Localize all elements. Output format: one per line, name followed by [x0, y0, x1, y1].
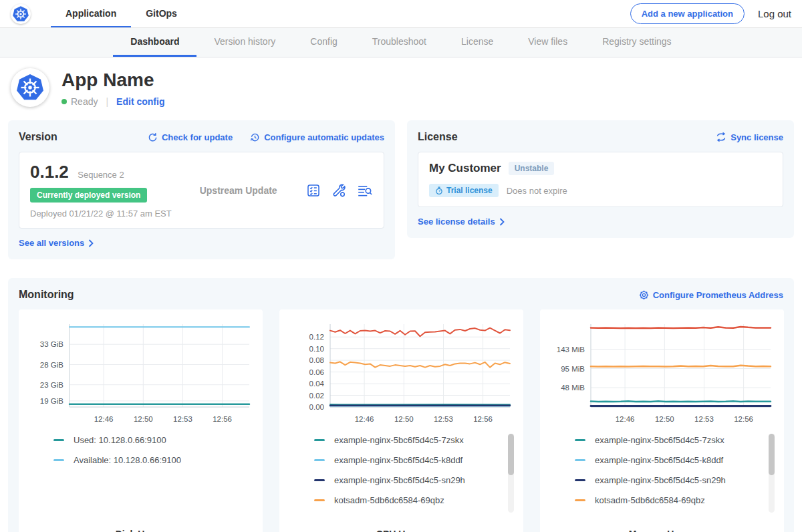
- svg-text:19 GiB: 19 GiB: [40, 397, 63, 405]
- svg-text:12:56: 12:56: [473, 415, 493, 423]
- svg-text:12:56: 12:56: [734, 415, 753, 423]
- scrollbar-thumb[interactable]: [769, 434, 775, 475]
- edit-config-link[interactable]: Edit config: [116, 96, 164, 107]
- chevron-right-icon: [499, 218, 505, 226]
- tab-config[interactable]: Config: [293, 28, 354, 57]
- configure-automatic-updates-link[interactable]: Configure automatic updates: [250, 132, 384, 142]
- stopwatch-icon: [435, 186, 443, 195]
- legend-swatch: [314, 439, 325, 441]
- memory-usage-legend: example-nginx-5bc6f5d4c5-7zskx example-n…: [575, 435, 777, 519]
- scrollbar-thumb[interactable]: [508, 434, 514, 475]
- ready-status-dot: [61, 99, 67, 104]
- svg-text:12:53: 12:53: [173, 415, 192, 423]
- logout-button[interactable]: Log out: [758, 8, 791, 19]
- sync-license-link[interactable]: Sync license: [716, 132, 783, 142]
- license-panel-title: License: [418, 131, 458, 143]
- kubernetes-icon: [15, 73, 45, 102]
- legend-label: example-nginx-5bc6f5d4c5-sn29h: [334, 475, 465, 485]
- version-number: 0.1.2: [30, 162, 69, 182]
- sequence-label: Sequence 2: [78, 170, 124, 180]
- legend-item: Used: 10.128.0.66:9100: [53, 435, 239, 445]
- app-sub-nav: Dashboard Version history Config Trouble…: [0, 28, 802, 57]
- license-expiry-text: Does not expire: [507, 186, 567, 196]
- clock-refresh-icon: [250, 132, 260, 142]
- legend-label: example-nginx-5bc6f5d4c5-7zskx: [334, 435, 464, 445]
- svg-text:23 GiB: 23 GiB: [40, 381, 63, 389]
- check-for-update-label: Check for update: [162, 132, 233, 142]
- release-notes-icon[interactable]: [306, 183, 321, 198]
- svg-text:0.12: 0.12: [309, 333, 324, 341]
- configure-prometheus-link[interactable]: Configure Prometheus Address: [639, 290, 783, 300]
- svg-text:0.06: 0.06: [309, 368, 324, 376]
- svg-text:143 MiB: 143 MiB: [557, 346, 585, 354]
- svg-text:33 GiB: 33 GiB: [40, 340, 63, 348]
- tab-application[interactable]: Application: [51, 0, 131, 27]
- legend-scrollbar[interactable]: [508, 434, 514, 513]
- configure-automatic-updates-label: Configure automatic updates: [264, 132, 384, 142]
- legend-swatch: [53, 459, 64, 461]
- tab-version-history[interactable]: Version history: [196, 28, 293, 57]
- legend-item: kotsadm-5db6dc6584-69qbz: [314, 495, 499, 505]
- app-logo: [11, 68, 49, 107]
- tab-application-label: Application: [65, 8, 116, 19]
- svg-text:28 GiB: 28 GiB: [40, 361, 63, 369]
- memory-usage-chart: 143 MiB95 MiB48 MiB12:4612:5012:5312:56: [547, 317, 777, 428]
- memory-usage-chart-card: 143 MiB95 MiB48 MiB12:4612:5012:5312:56 …: [540, 309, 784, 532]
- status-text: Ready: [71, 96, 98, 107]
- legend-label: Available: 10.128.0.66:9100: [74, 455, 181, 465]
- top-nav: Application GitOps Add a new application…: [0, 0, 802, 28]
- legend-scrollbar[interactable]: [769, 434, 775, 513]
- svg-text:0.04: 0.04: [309, 380, 325, 388]
- current-version-card: 0.1.2 Sequence 2 Currently deployed vers…: [19, 152, 384, 229]
- version-source-label: Upstream Update: [200, 185, 277, 196]
- config-wrench-icon[interactable]: [331, 183, 346, 198]
- see-license-details-link[interactable]: See license details: [418, 217, 505, 227]
- divider: |: [106, 96, 108, 107]
- svg-text:12:56: 12:56: [213, 415, 232, 423]
- svg-text:12:46: 12:46: [94, 415, 114, 423]
- sync-license-label: Sync license: [730, 132, 783, 142]
- legend-item: example-nginx-5bc6f5d4c5-7zskx: [575, 435, 760, 445]
- svg-text:12:46: 12:46: [355, 415, 374, 423]
- legend-label: kotsadm-5db6dc6584-69qbz: [595, 495, 705, 505]
- configure-prometheus-label: Configure Prometheus Address: [653, 290, 783, 300]
- deployed-status-badge: Currently deployed version: [30, 188, 147, 203]
- legend-swatch: [575, 459, 585, 461]
- svg-text:12:50: 12:50: [394, 415, 414, 423]
- add-application-button[interactable]: Add a new application: [630, 3, 745, 24]
- diff-preview-icon[interactable]: [357, 183, 373, 198]
- see-all-versions-link[interactable]: See all versions: [19, 238, 94, 248]
- svg-text:12:50: 12:50: [134, 415, 153, 423]
- channel-badge: Unstable: [509, 162, 555, 175]
- svg-text:0.08: 0.08: [309, 356, 324, 364]
- svg-text:12:50: 12:50: [655, 415, 674, 423]
- version-panel-title: Version: [19, 131, 57, 143]
- refresh-icon: [148, 132, 158, 142]
- see-all-versions-label: See all versions: [19, 238, 84, 248]
- chart-title: CPU Usage: [286, 529, 517, 532]
- tab-license[interactable]: License: [444, 28, 511, 57]
- check-for-update-link[interactable]: Check for update: [148, 132, 233, 142]
- disk-usage-legend: Used: 10.128.0.66:9100 Available: 10.128…: [53, 435, 256, 519]
- tab-troubleshoot[interactable]: Troubleshoot: [355, 28, 444, 57]
- version-panel: Version Check for update Configure autom…: [8, 120, 395, 259]
- legend-item: kotsadm-5db6dc6584-69qbz: [575, 495, 760, 505]
- page-title: App Name: [61, 70, 164, 91]
- gear-icon: [639, 290, 649, 300]
- legend-label: example-nginx-5bc6f5d4c5-k8ddf: [334, 455, 462, 465]
- chevron-right-icon: [88, 239, 94, 247]
- chart-title: Memory Usage: [547, 529, 777, 532]
- legend-swatch: [53, 439, 64, 441]
- legend-label: example-nginx-5bc6f5d4c5-k8ddf: [595, 455, 723, 465]
- tab-registry-settings[interactable]: Registry settings: [585, 28, 688, 57]
- kubernetes-logo: [11, 4, 31, 24]
- deployed-timestamp: Deployed 01/21/22 @ 11:57 am EST: [30, 209, 172, 219]
- tab-view-files[interactable]: View files: [511, 28, 585, 57]
- kubernetes-icon: [12, 5, 29, 23]
- topnav-spacer: [192, 0, 630, 27]
- tab-gitops[interactable]: GitOps: [131, 0, 192, 27]
- disk-usage-chart-card: 33 GiB28 GiB23 GiB19 GiB12:4612:5012:531…: [19, 309, 263, 532]
- see-license-details-label: See license details: [418, 217, 495, 227]
- svg-text:0.00: 0.00: [309, 403, 324, 411]
- tab-dashboard[interactable]: Dashboard: [113, 28, 196, 57]
